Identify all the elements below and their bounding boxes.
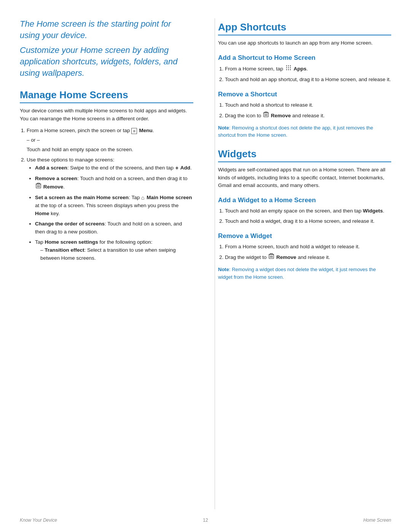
home-icon: ⌂	[141, 194, 144, 202]
add-widget-step-2: Touch and hold a widget, drag it to a Ho…	[225, 217, 391, 225]
step1-touch-text: Touch and hold an empty space on the scr…	[27, 146, 193, 154]
svg-point-11	[290, 67, 291, 68]
bullet-remove-screen: Remove a screen: Touch and hold on a scr…	[35, 175, 193, 192]
manage-step-2: Use these options to manage screens: Add…	[27, 156, 193, 262]
bullet-add-screen: Add a screen: Swipe to the end of the sc…	[35, 164, 193, 173]
change-order-label: Change the order of screens	[35, 221, 105, 227]
trash-icon-remove-screen	[36, 182, 41, 191]
svg-point-6	[286, 66, 287, 66]
svg-point-14	[290, 69, 291, 70]
sub-bullet-transition: Transition effect: Select a transition t…	[40, 246, 193, 262]
remove-label: Remove	[43, 184, 64, 190]
app-shortcuts-title: App Shortcuts	[218, 21, 391, 35]
footer-right: Home Screen	[363, 518, 391, 523]
svg-point-8	[290, 66, 291, 66]
remove-widget-step-1: From a Home screen, touch and hold a wid…	[225, 243, 391, 251]
transition-effect-label: Transition effect	[45, 247, 84, 253]
app-shortcuts-intro: You can use app shortcuts to launch an a…	[218, 39, 391, 47]
main-home-screen-label: Main Home screen	[147, 195, 192, 200]
svg-point-12	[286, 69, 287, 70]
main-home-label: Set a screen as the main Home screen	[35, 195, 129, 200]
trash-icon-widget	[269, 253, 274, 262]
manage-options-list: Add a screen: Swipe to the end of the sc…	[35, 164, 193, 262]
footer-center: 12	[203, 518, 208, 523]
manage-screens-title: Manage Home Screens	[20, 89, 193, 103]
svg-point-10	[288, 67, 289, 68]
remove-screen-label: Remove a screen	[35, 176, 77, 181]
sub-bullets-list: Transition effect: Select a transition t…	[40, 246, 193, 262]
remove-widget-label: Remove	[276, 254, 296, 260]
add-shortcut-title: Add a Shortcut to Home Screen	[218, 54, 391, 62]
left-column: The Home screen is the starting point fo…	[20, 18, 196, 509]
home-key-label: Home	[35, 211, 49, 216]
add-widget-steps: Touch and hold an empty space on the scr…	[225, 207, 391, 225]
manage-steps-list: From a Home screen, pinch the screen or …	[27, 127, 193, 262]
add-shortcut-step-1: From a Home screen, tap Apps.	[225, 65, 391, 73]
svg-point-13	[288, 69, 289, 70]
svg-point-7	[288, 66, 289, 66]
step2-text: Use these options to manage screens:	[27, 157, 114, 163]
menu-icon: ≡	[131, 128, 137, 134]
remove-widget-title: Remove a Widget	[218, 232, 391, 240]
add-widget-step-1: Touch and hold an empty space on the scr…	[225, 207, 391, 215]
menu-label: Menu	[139, 128, 153, 133]
intro-text-2: Customize your Home screen by adding app…	[20, 45, 193, 78]
remove-shortcut-step-2: Drag the icon to Remove and release it.	[225, 112, 391, 120]
note-shortcut: Note: Removing a shortcut does not delet…	[218, 124, 391, 139]
or-line: – or –	[27, 136, 193, 144]
note-shortcut-text: Removing a shortcut does not delete the …	[218, 125, 373, 138]
remove-shortcut-label: Remove	[271, 113, 291, 118]
step1-text: From a Home screen, pinch the screen or …	[27, 128, 130, 133]
footer-left: Know Your Device	[20, 518, 57, 523]
add-widget-title: Add a Widget to a Home Screen	[218, 197, 391, 204]
apps-label: Apps	[294, 66, 307, 72]
bullet-change-order: Change the order of screens: Touch and h…	[35, 220, 193, 236]
add-label: Add	[180, 165, 190, 171]
widgets-tap-label: Widgets	[363, 208, 383, 214]
right-column: App Shortcuts You can use app shortcuts …	[215, 18, 391, 509]
widgets-intro: Widgets are self-contained apps that run…	[218, 166, 391, 190]
remove-shortcut-title: Remove a Shortcut	[218, 91, 391, 98]
bullet-main-home: Set a screen as the main Home screen: Ta…	[35, 194, 193, 218]
apps-icon	[285, 65, 292, 73]
trash-icon-shortcut	[263, 111, 269, 120]
note-widget-text: Removing a widget does not delete the wi…	[218, 267, 376, 280]
home-screen-settings-label: Home screen settings	[45, 239, 98, 245]
add-shortcut-steps: From a Home screen, tap Apps.	[225, 65, 391, 84]
remove-widget-steps: From a Home screen, touch and hold a wid…	[225, 243, 391, 262]
svg-point-9	[286, 67, 287, 68]
manage-intro: Your device comes with multiple Home scr…	[20, 107, 193, 123]
add-screen-label: Add a screen	[35, 165, 67, 171]
manage-step-1: From a Home screen, pinch the screen or …	[27, 127, 193, 154]
widgets-title: Widgets	[218, 148, 391, 162]
note-widget-label: Note	[218, 267, 229, 272]
note-shortcut-label: Note	[218, 125, 229, 131]
plus-icon: +	[175, 164, 178, 173]
remove-widget-step-2: Drag the widget to Remove and release it…	[225, 253, 391, 262]
remove-shortcut-step-1: Touch and hold a shortcut to release it.	[225, 101, 391, 109]
note-widget: Note: Removing a widget does not delete …	[218, 266, 391, 281]
bullet-tap-settings: Tap Home screen settings for the followi…	[35, 238, 193, 262]
add-shortcut-step-2: Touch and hold an app shortcut, drag it …	[225, 76, 391, 84]
remove-shortcut-steps: Touch and hold a shortcut to release it.…	[225, 101, 391, 120]
intro-text-1: The Home screen is the starting point fo…	[20, 18, 193, 41]
